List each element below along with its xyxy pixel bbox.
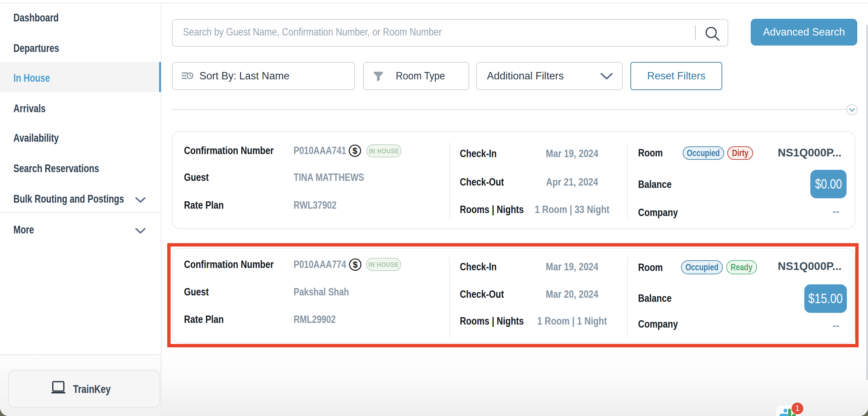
svg-text:$: $	[352, 146, 358, 156]
